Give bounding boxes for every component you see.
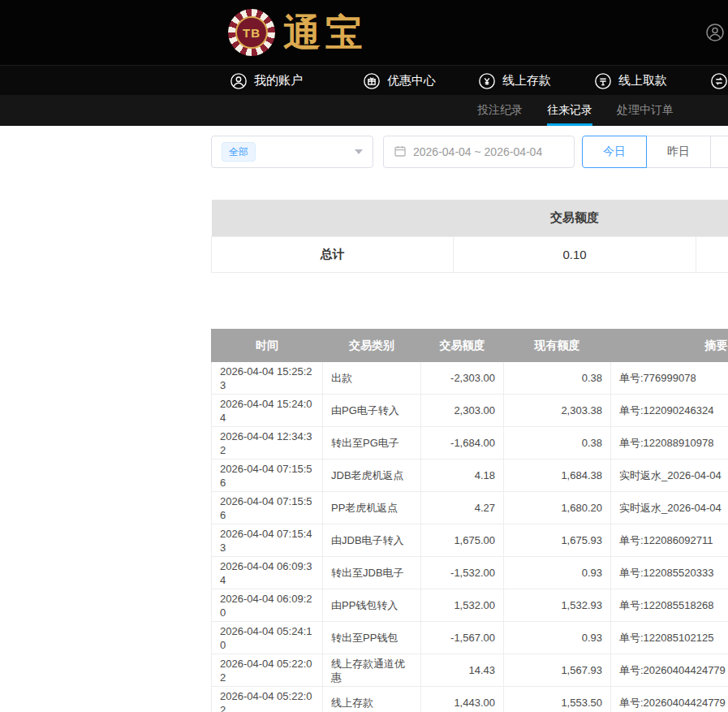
cell-type: 线上存款 (323, 687, 421, 712)
cell-summary: 单号:122085520333 (611, 557, 728, 589)
cell-summary: 单号:122085102125 (611, 622, 728, 654)
tab-label: 处理中订单 (617, 103, 674, 118)
brand-name: 通宝 (283, 8, 368, 57)
cell-type: 由PP钱包转入 (323, 589, 421, 622)
cell-time: 2026-04-04 15:24:04 (212, 395, 323, 427)
summary-total-row: 总计 0.10 (212, 236, 728, 272)
cell-type: 由PG电子转入 (323, 395, 421, 427)
cell-summary: 单号:122088910978 (611, 427, 728, 460)
table-row: 2026-04-04 15:24:04 由PG电子转入 2,303.00 2,3… (212, 395, 728, 427)
user-icon (230, 72, 248, 90)
poker-chip-icon: TB (228, 9, 275, 56)
nav-item-label: 线上取款 (618, 73, 667, 88)
cell-amount: 1,532.00 (421, 589, 504, 622)
nav-item-transfer[interactable] (710, 66, 728, 96)
nav-item-withdraw[interactable]: 线上取款 (594, 66, 667, 96)
summary-header-amount: 交易额度 (454, 200, 696, 236)
cell-balance: 1,680.20 (504, 492, 611, 524)
nav-item-label: 我的账户 (254, 73, 303, 88)
type-filter-select[interactable]: 全部 (211, 136, 373, 168)
record-sub-nav: 投注纪录 往来记录 处理中订单 (0, 95, 728, 126)
yesterday-button[interactable]: 昨日 (646, 136, 711, 168)
main-nav: 我的账户 优惠中心 线上存款 (0, 65, 728, 95)
cell-balance: 0.93 (504, 557, 611, 589)
summary-header-row: 交易额度 (212, 200, 728, 236)
brand-logo[interactable]: TB 通宝 (228, 8, 368, 57)
table-row: 2026-04-04 12:34:32 转出至PG电子 -1,684.00 0.… (212, 427, 728, 460)
col-amount: 交易额度 (421, 330, 504, 362)
nav-item-label: 优惠中心 (387, 73, 436, 88)
cell-amount: 1,675.00 (421, 524, 504, 557)
promo-icon (363, 72, 381, 90)
summary-header-empty (212, 200, 454, 236)
summary-total-value: 0.10 (454, 236, 696, 272)
table-row: 2026-04-04 05:22:02 线上存款通道优惠 14.43 1,567… (212, 654, 728, 687)
cell-time: 2026-04-04 15:25:23 (212, 362, 323, 395)
nav-item-my-account[interactable]: 我的账户 (230, 66, 303, 96)
cell-time: 2026-04-04 07:15:43 (212, 524, 323, 557)
table-row: 2026-04-04 06:09:20 由PP钱包转入 1,532.00 1,5… (212, 589, 728, 622)
cell-balance: 0.93 (504, 622, 611, 654)
tab-processing-orders[interactable]: 处理中订单 (617, 95, 674, 126)
cell-time: 2026-04-04 06:09:20 (212, 589, 323, 622)
quick-date-buttons: 今日 昨日 近7日 (582, 136, 728, 168)
cell-time: 2026-04-04 12:34:32 (212, 427, 323, 460)
tab-betting-records[interactable]: 投注纪录 (477, 95, 523, 126)
user-avatar-icon[interactable] (705, 23, 725, 42)
cell-balance: 1,553.50 (504, 687, 611, 712)
table-row: 2026-04-04 07:15:56 PP老虎机返点 4.27 1,680.2… (212, 492, 728, 524)
cell-balance: 0.38 (504, 427, 611, 460)
today-button[interactable]: 今日 (582, 136, 647, 168)
table-row: 2026-04-04 06:09:34 转出至JDB电子 -1,532.00 0… (212, 557, 728, 589)
table-row: 2026-04-04 07:15:43 由JDB电子转入 1,675.00 1,… (212, 524, 728, 557)
cell-summary: 单号:20260404424779 (611, 687, 728, 712)
cell-amount: 4.18 (421, 460, 504, 492)
cell-type: 出款 (323, 362, 421, 395)
calendar-icon (394, 145, 407, 160)
content: 全部 2026-04-04 ~ 2026-04-04 今日 昨日 近7日 交易额 (0, 126, 728, 712)
cell-summary: 单号:20260404424779 (611, 654, 728, 687)
records-table-body: 2026-04-04 15:25:23 出款 -2,303.00 0.38 单号… (212, 362, 728, 712)
cell-balance: 1,675.93 (504, 524, 611, 557)
summary-total-extra (696, 236, 728, 272)
nav-item-promotions[interactable]: 优惠中心 (363, 66, 436, 96)
cell-balance: 1,532.93 (504, 589, 611, 622)
chevron-down-icon (355, 149, 363, 154)
tab-transaction-records[interactable]: 往来记录 (547, 95, 592, 126)
cell-time: 2026-04-04 05:22:02 (212, 654, 323, 687)
summary-header-empty2 (696, 200, 728, 236)
last-7-days-button[interactable]: 近7日 (710, 136, 728, 168)
tab-label: 投注纪录 (477, 103, 523, 118)
cell-amount: 4.27 (421, 492, 504, 524)
cell-amount: -1,532.00 (421, 557, 504, 589)
date-range-input[interactable]: 2026-04-04 ~ 2026-04-04 (383, 136, 575, 168)
summary-total-label: 总计 (212, 236, 454, 272)
col-summary: 摘要 (611, 330, 728, 362)
selected-type-tag[interactable]: 全部 (222, 142, 256, 162)
cell-balance: 1,567.93 (504, 654, 611, 687)
cell-type: PP老虎机返点 (323, 492, 421, 524)
tab-label: 往来记录 (547, 103, 592, 118)
table-row: 2026-04-04 07:15:56 JDB老虎机返点 4.18 1,684.… (212, 460, 728, 492)
cell-summary: 实时返水_2026-04-04 (611, 492, 728, 524)
cell-amount: 2,303.00 (421, 395, 504, 427)
cell-type: JDB老虎机返点 (323, 460, 421, 492)
cell-balance: 0.38 (504, 362, 611, 395)
date-range-value: 2026-04-04 ~ 2026-04-04 (413, 145, 542, 158)
transfer-icon (710, 72, 728, 90)
table-row: 2026-04-04 05:24:10 转出至PP钱包 -1,567.00 0.… (212, 622, 728, 654)
cell-amount: 1,443.00 (421, 687, 504, 712)
col-balance: 现有额度 (504, 330, 611, 362)
record-tabs: 投注纪录 往来记录 处理中订单 (477, 95, 674, 126)
nav-item-label: 线上存款 (502, 73, 551, 88)
withdraw-icon (594, 72, 612, 90)
cell-time: 2026-04-04 06:09:34 (212, 557, 323, 589)
cell-type: 线上存款通道优惠 (323, 654, 421, 687)
cell-type: 转出至PG电子 (323, 427, 421, 460)
cell-summary: 单号:122085518268 (611, 589, 728, 622)
nav-item-deposit[interactable]: 线上存款 (478, 66, 551, 96)
cell-summary: 单号:122090246324 (611, 395, 728, 427)
cell-type: 转出至PP钱包 (323, 622, 421, 654)
brand-badge: TB (235, 16, 268, 49)
cell-amount: -1,567.00 (421, 622, 504, 654)
